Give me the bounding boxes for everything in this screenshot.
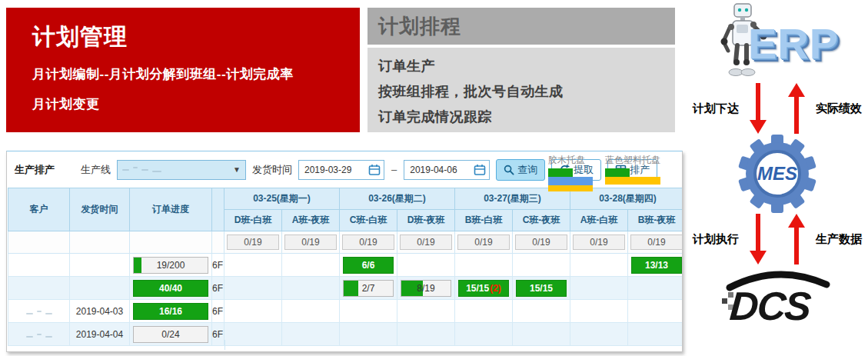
capacity-cell[interactable]: 0/19 [628, 231, 683, 254]
calendar-icon[interactable] [368, 164, 381, 176]
calendar-icon[interactable] [474, 164, 486, 176]
ship-date-cell: 2019-04-03 [70, 300, 130, 323]
shift-cell[interactable] [224, 300, 282, 323]
progress-text: 2/7 [344, 281, 393, 296]
search-icon [504, 165, 514, 175]
redacted-customer [26, 336, 52, 338]
shift-cell[interactable] [455, 254, 513, 277]
shift-cell[interactable] [628, 300, 683, 323]
production-schedule-panel: 生产排产 生产线 ▼ 发货时间 2019-03-29 – 2019-04-06 … [6, 151, 683, 352]
customer-cell [8, 300, 70, 323]
shift-cell[interactable] [282, 300, 340, 323]
shift-cell[interactable] [570, 300, 628, 323]
shift-cell[interactable]: 8/19 [397, 277, 455, 300]
progress-alert-suffix: (2) [490, 283, 501, 294]
column-header-2: 订单进度 [130, 188, 212, 231]
capacity-cell[interactable]: 0/19 [282, 231, 340, 254]
toolbar: 生产排产 生产线 ▼ 发货时间 2019-03-29 – 2019-04-06 … [7, 151, 682, 188]
column-header-0: 客户 [8, 188, 70, 231]
progress-bar: 8/19 [401, 280, 451, 297]
shift-cell[interactable] [397, 323, 455, 346]
shift-cell[interactable] [455, 323, 513, 346]
shift-header-2-1: C班-夜班 [513, 210, 570, 231]
progress-bar: 0/24 [133, 326, 208, 343]
product-cell: 6F [212, 323, 224, 346]
fixed-column-divider [224, 340, 225, 350]
shift-cell[interactable] [513, 300, 570, 323]
capacity-cell[interactable]: 0/19 [455, 231, 513, 254]
capacity-value: 0/19 [400, 235, 452, 250]
capacity-cell[interactable]: 0/19 [224, 231, 282, 254]
order-row[interactable]: 40/406F2/78/1915/15(2)15/15 [8, 277, 683, 300]
shift-cell[interactable]: 15/15(2) [455, 277, 513, 300]
progress-bar: 15/15(2) [458, 280, 509, 297]
shift-cell[interactable] [570, 323, 628, 346]
ship-date-label: 发货时间 [252, 163, 292, 177]
order-row[interactable]: 19/2006F6/613/13 [8, 254, 683, 277]
progress-bar: 19/200 [133, 257, 208, 274]
erp-graphic: ERP [700, 0, 854, 83]
shift-cell[interactable] [224, 323, 282, 346]
shift-cell[interactable] [397, 254, 455, 277]
capacity-value: 0/19 [227, 235, 279, 250]
shift-cell[interactable] [224, 254, 282, 277]
progress-text: 8/19 [401, 281, 451, 296]
progress-bar: 6/6 [343, 257, 394, 274]
shift-cell[interactable] [340, 300, 397, 323]
shift-cell[interactable] [513, 323, 570, 346]
progress-bar: 15/15 [516, 280, 567, 297]
arrow-up-icon [788, 83, 805, 134]
shift-cell[interactable] [628, 277, 683, 300]
order-row[interactable]: 2019-04-040/246F [8, 323, 683, 346]
customer-cell [8, 323, 70, 346]
erp-logo: ERP [748, 18, 839, 68]
shift-cell[interactable]: 6/6 [340, 254, 397, 277]
order-row[interactable]: 2019-04-0316/166F [8, 300, 683, 323]
progress-bar: 40/40 [133, 280, 208, 297]
query-button[interactable]: 查询 [496, 159, 545, 181]
shift-header-0-1: A班-夜班 [282, 210, 340, 231]
shift-cell[interactable] [455, 300, 513, 323]
shift-cell[interactable]: 2/7 [340, 277, 397, 300]
mes-logo: MES [757, 163, 797, 184]
capacity-fixed-spacer [70, 231, 130, 254]
capacity-cell[interactable]: 0/19 [397, 231, 455, 254]
banner-line-1: 月计划编制--月计划分解到班组--计划完成率 [32, 65, 360, 83]
shift-cell[interactable] [282, 323, 340, 346]
query-button-label: 查询 [517, 163, 537, 177]
flow-label-production-data: 生产数据 [816, 232, 862, 247]
shift-cell[interactable] [570, 254, 628, 277]
production-line-select[interactable]: ▼ [117, 160, 246, 180]
order-progress-cell: 16/16 [130, 300, 212, 323]
progress-text: 13/13 [632, 258, 681, 273]
shift-cell[interactable] [340, 323, 397, 346]
capacity-cell[interactable]: 0/19 [570, 231, 628, 254]
shift-cell[interactable]: 13/13 [628, 254, 683, 277]
date-range-separator: – [391, 164, 397, 175]
shift-header-2-0: B班-白班 [455, 210, 513, 231]
capacity-cell[interactable]: 0/19 [513, 231, 570, 254]
date-from-input[interactable]: 2019-03-29 [298, 160, 384, 180]
shift-cell[interactable] [397, 300, 455, 323]
shift-cell[interactable] [628, 323, 683, 346]
capacity-value: 0/19 [457, 235, 510, 250]
date-to-input[interactable]: 2019-04-06 [404, 160, 490, 180]
shift-cell[interactable]: 15/15 [513, 277, 570, 300]
shift-header-0-0: D班-白班 [224, 210, 282, 231]
shift-cell[interactable] [282, 277, 340, 300]
product-column-header [212, 188, 224, 231]
shift-cell[interactable] [224, 277, 282, 300]
dcs-logo: DCS [717, 266, 837, 331]
capacity-value: 0/19 [284, 235, 337, 250]
flow-label-actual-performance: 实际绩效 [816, 101, 862, 116]
legend-item-bakelite: 胶木托盘 [548, 154, 593, 191]
shift-cell[interactable] [570, 277, 628, 300]
banner-title: 计划管理 [32, 22, 360, 53]
product-cell: 6F [212, 254, 224, 277]
progress-bar: 13/13 [631, 257, 682, 274]
product-cell: 6F [212, 277, 224, 300]
capacity-cell[interactable]: 0/19 [340, 231, 397, 254]
shift-cell[interactable] [513, 254, 570, 277]
progress-text: 16/16 [134, 304, 208, 319]
shift-cell[interactable] [282, 254, 340, 277]
